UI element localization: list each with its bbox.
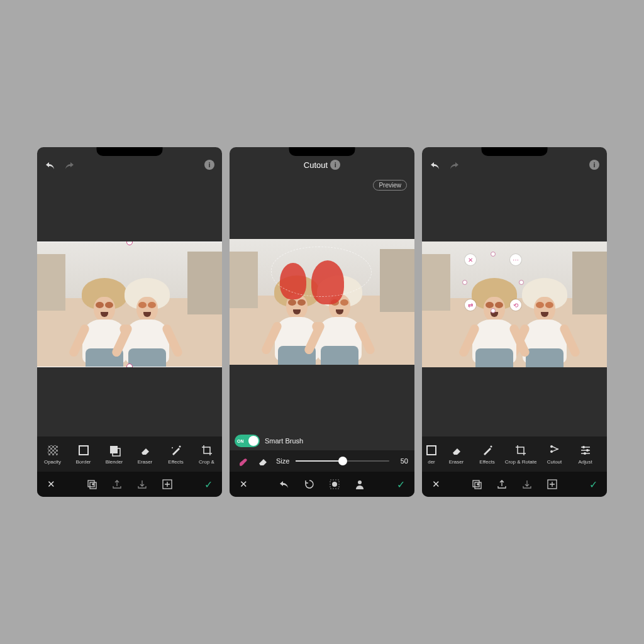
effects-icon xyxy=(481,444,494,457)
close-icon[interactable]: ✕ xyxy=(430,478,442,491)
screen-1-editor: i Opacity Border Blender xyxy=(37,147,222,497)
eraser-select-icon[interactable] xyxy=(256,454,270,468)
border-icon xyxy=(425,444,438,457)
resize-handle[interactable] xyxy=(491,309,495,313)
resize-handle[interactable] xyxy=(491,252,495,256)
info-icon[interactable]: i xyxy=(204,160,214,170)
export-icon[interactable] xyxy=(496,478,508,491)
undo-icon[interactable] xyxy=(430,161,441,170)
tool-blender[interactable]: Blender xyxy=(99,436,130,472)
svg-rect-14 xyxy=(427,446,436,455)
sticker-transform-controls[interactable]: ⋯ ⇄ ⟲ xyxy=(465,254,521,311)
tool-label: Crop & Rotate xyxy=(505,459,537,465)
svg-point-18 xyxy=(582,446,585,448)
svg-point-20 xyxy=(584,452,586,455)
tool-cutout[interactable]: Cutout xyxy=(539,436,570,472)
export-icon[interactable] xyxy=(111,478,123,491)
sticker-rotate-icon[interactable]: ⟲ xyxy=(510,299,521,311)
sticker-delete-icon[interactable] xyxy=(465,254,476,265)
mask-preview-icon[interactable] xyxy=(328,478,341,491)
person-detect-icon[interactable] xyxy=(353,478,366,491)
editor-canvas[interactable] xyxy=(37,172,222,436)
photo[interactable]: ⋯ ⇄ ⟲ xyxy=(422,242,607,367)
tool-border-partial[interactable]: der xyxy=(422,436,441,472)
tool-eraser[interactable]: Eraser xyxy=(130,436,160,472)
tool-label: Cutout xyxy=(547,459,562,465)
tool-crop-rotate[interactable]: Crop & Rotate xyxy=(502,436,539,472)
crop-handle-bottom[interactable] xyxy=(127,364,132,367)
confirm-icon[interactable]: ✓ xyxy=(587,478,599,491)
smart-brush-row: ON Smart Brush xyxy=(230,431,414,450)
device-notch xyxy=(482,147,548,156)
svg-point-15 xyxy=(490,445,492,447)
size-slider[interactable] xyxy=(296,460,389,462)
tool-effects[interactable]: Effects xyxy=(472,436,502,472)
action-bar: ✕ ✓ xyxy=(37,472,222,497)
undo-icon[interactable] xyxy=(278,478,291,491)
crop-icon xyxy=(514,444,527,457)
resize-handle[interactable] xyxy=(519,280,523,284)
tool-adjust[interactable]: Adjust xyxy=(570,436,601,472)
editor-canvas[interactable] xyxy=(230,172,414,431)
adjust-icon xyxy=(579,444,592,457)
crop-handle-top[interactable] xyxy=(127,242,132,245)
tool-label: Opacity xyxy=(44,459,61,465)
redo-icon[interactable] xyxy=(448,161,460,170)
confirm-icon[interactable]: ✓ xyxy=(394,478,407,491)
editor-canvas[interactable]: ⋯ ⇄ ⟲ xyxy=(422,172,607,436)
add-icon[interactable] xyxy=(546,478,558,491)
resize-handle[interactable] xyxy=(463,280,467,284)
tool-eraser[interactable]: Eraser xyxy=(441,436,472,472)
opacity-icon xyxy=(47,444,59,457)
screen-2-cutout: Cutout i Preview ON Smart Brush Size 5 xyxy=(230,147,414,497)
svg-point-13 xyxy=(358,480,362,484)
brush-size-row: Size 50 xyxy=(230,450,414,472)
import-icon[interactable] xyxy=(521,478,533,491)
redo-icon[interactable] xyxy=(64,161,75,170)
import-icon[interactable] xyxy=(136,478,148,491)
crop-frame[interactable] xyxy=(37,242,222,367)
screen-3-editor: i ⋯ ⇄ ⟲ der Eraser xyxy=(422,147,607,497)
smart-brush-toggle[interactable]: ON xyxy=(235,435,260,447)
smart-brush-label: Smart Brush xyxy=(265,437,303,445)
close-icon[interactable]: ✕ xyxy=(45,478,57,491)
tool-label: Effects xyxy=(168,459,183,465)
svg-rect-4 xyxy=(110,446,118,453)
confirm-icon[interactable]: ✓ xyxy=(202,478,214,491)
close-icon[interactable]: ✕ xyxy=(237,478,250,491)
tool-row: Opacity Border Blender Eraser Effects Cr… xyxy=(37,436,222,472)
reset-icon[interactable] xyxy=(303,478,316,491)
svg-point-7 xyxy=(172,447,173,448)
toggle-label: ON xyxy=(237,439,244,443)
sticker-handle[interactable]: ⇄ xyxy=(465,299,476,311)
tool-border[interactable]: Border xyxy=(68,436,99,472)
tool-label: Adjust xyxy=(578,459,592,465)
svg-rect-2 xyxy=(48,445,58,455)
tool-label: Crop & xyxy=(199,459,214,465)
size-value: 50 xyxy=(396,457,408,465)
duplicate-icon[interactable] xyxy=(86,478,98,491)
info-icon[interactable]: i xyxy=(330,160,340,170)
tool-label: Eraser xyxy=(449,459,464,465)
tool-opacity[interactable]: Opacity xyxy=(37,436,68,472)
cutout-icon xyxy=(548,444,561,457)
tool-label: der xyxy=(428,459,435,465)
action-bar: ✕ ✓ xyxy=(230,472,414,497)
device-notch xyxy=(97,147,163,156)
tool-label: Eraser xyxy=(138,459,153,465)
photo[interactable] xyxy=(37,242,222,367)
photo[interactable] xyxy=(230,239,414,365)
tool-effects[interactable]: Effects xyxy=(160,436,191,472)
svg-point-12 xyxy=(332,482,337,487)
tool-label: Effects xyxy=(479,459,494,465)
duplicate-icon[interactable] xyxy=(470,478,483,491)
info-icon[interactable]: i xyxy=(589,160,599,170)
sticker-handle[interactable]: ⋯ xyxy=(510,254,521,265)
tool-row: der Eraser Effects Crop & Rotate Cutout … xyxy=(422,436,607,472)
undo-icon[interactable] xyxy=(45,161,56,170)
add-icon[interactable] xyxy=(161,478,174,491)
action-bar: ✕ ✓ xyxy=(422,472,607,497)
brush-select-icon[interactable] xyxy=(236,454,250,468)
tool-crop-rotate[interactable]: Crop & xyxy=(191,436,222,472)
effects-icon xyxy=(170,444,182,457)
